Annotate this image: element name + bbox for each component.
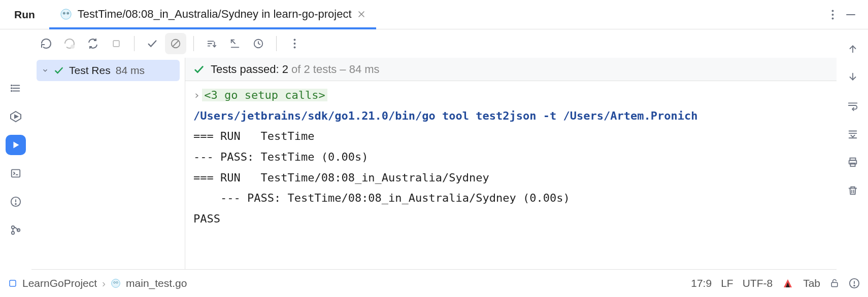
svg-point-8: [831, 14, 833, 16]
go-command-line: /Users/jetbrains/sdk/go1.21.0/bin/go too…: [193, 106, 828, 127]
chevron-right-icon: ›: [102, 277, 106, 289]
clear-icon[interactable]: [843, 180, 863, 201]
svg-point-9: [831, 17, 833, 19]
svg-point-25: [12, 226, 15, 229]
lock-icon[interactable]: [829, 278, 840, 288]
module-icon: [8, 279, 17, 288]
right-gutter: [837, 29, 868, 270]
history-icon[interactable]: [248, 33, 269, 54]
expand-icon[interactable]: [224, 33, 246, 54]
breadcrumb-file: main_test.go: [126, 277, 187, 289]
run-config-tab[interactable]: TestTime/08:08_in_Australia/Sydney in le…: [49, 1, 376, 29]
test-output: === RUN TestTime --- PASS: TestTime (0.0…: [193, 126, 828, 229]
rerun-icon[interactable]: [36, 33, 57, 54]
print-icon[interactable]: [843, 152, 863, 172]
ide-logo-icon[interactable]: [782, 277, 794, 289]
svg-rect-58: [831, 282, 838, 286]
fold-marker-icon[interactable]: ›: [193, 89, 200, 101]
test-toolbar: [31, 29, 837, 58]
go-file-icon: [111, 278, 121, 288]
tests-summary-text: Tests passed: 2 of 2 tests – 84 ms: [211, 63, 380, 76]
svg-point-4: [68, 13, 69, 14]
svg-rect-20: [12, 170, 20, 177]
vcs-icon[interactable]: [6, 220, 26, 240]
close-tab-icon[interactable]: [358, 11, 365, 18]
indent-setting[interactable]: Tab: [803, 277, 820, 289]
console: Tests passed: 2 of 2 tests – 84 ms ›<3 g…: [185, 58, 837, 269]
problems-icon[interactable]: [6, 192, 26, 212]
status-problems-icon[interactable]: [849, 278, 860, 289]
svg-point-26: [12, 232, 15, 235]
svg-point-40: [293, 47, 295, 49]
toggle-auto-test-icon[interactable]: [82, 33, 104, 54]
console-output[interactable]: ›<3 go setup calls> /Users/jetbrains/sdk…: [185, 81, 837, 269]
svg-marker-19: [13, 142, 19, 148]
stop-icon[interactable]: [106, 33, 127, 54]
toolbar-more-icon[interactable]: [284, 33, 305, 54]
test-tree: Test Res 84 ms: [31, 58, 185, 269]
check-icon: [193, 64, 205, 75]
svg-point-0: [61, 9, 71, 19]
services-icon[interactable]: [6, 106, 26, 127]
tests-passed-count: Tests passed: 2: [211, 63, 288, 76]
show-ignored-icon[interactable]: [165, 33, 186, 54]
soft-wrap-icon[interactable]: [843, 95, 863, 116]
tests-summary-bar: Tests passed: 2 of 2 tests – 84 ms: [185, 58, 837, 81]
svg-point-61: [854, 285, 855, 286]
svg-point-14: [11, 85, 12, 86]
run-tool-window: Run TestTime/08:08_in_Australia/Sydney i…: [0, 0, 868, 297]
svg-point-7: [831, 10, 833, 12]
scroll-down-icon[interactable]: [843, 67, 863, 87]
sort-icon[interactable]: [201, 33, 222, 54]
tab-bar: Run TestTime/08:08_in_Australia/Sydney i…: [0, 0, 868, 29]
go-file-icon: [60, 9, 72, 20]
tests-summary-detail: of 2 tests – 84 ms: [288, 63, 380, 76]
svg-line-31: [173, 41, 179, 47]
test-node-label: Test Res: [69, 64, 111, 77]
test-node-duration: 84 ms: [116, 64, 145, 77]
svg-point-38: [293, 39, 295, 41]
tab-options-icon[interactable]: [823, 6, 842, 24]
svg-rect-52: [10, 280, 16, 286]
check-icon: [54, 65, 64, 76]
terminal-icon[interactable]: [6, 163, 26, 183]
line-separator[interactable]: LF: [721, 277, 733, 289]
minimize-icon[interactable]: [842, 6, 860, 24]
test-results-node[interactable]: Test Res 84 ms: [37, 60, 180, 81]
breadcrumb[interactable]: LearnGoProject › main_test.go: [8, 277, 187, 289]
tab-title: TestTime/08:08_in_Australia/Sydney in le…: [78, 8, 352, 21]
svg-point-55: [116, 282, 118, 283]
svg-point-28: [71, 45, 75, 49]
svg-rect-29: [113, 41, 119, 47]
svg-point-39: [293, 43, 295, 45]
scroll-up-icon[interactable]: [843, 39, 863, 59]
svg-point-53: [112, 279, 120, 288]
svg-line-35: [231, 40, 235, 44]
panel-title: Run: [0, 9, 49, 21]
status-bar: LearnGoProject › main_test.go 17:9 LF UT…: [0, 270, 868, 297]
svg-point-24: [15, 204, 16, 205]
svg-point-54: [114, 282, 115, 283]
svg-point-15: [11, 88, 12, 89]
left-gutter: [0, 29, 31, 270]
chevron-down-icon: [42, 67, 49, 74]
show-passed-icon[interactable]: [142, 33, 163, 54]
file-encoding[interactable]: UTF-8: [743, 277, 773, 289]
breadcrumb-project: LearnGoProject: [22, 277, 97, 289]
rerun-failed-icon[interactable]: [59, 33, 80, 54]
scroll-to-end-icon[interactable]: [843, 124, 863, 144]
svg-point-16: [11, 91, 12, 92]
svg-marker-18: [15, 115, 18, 118]
svg-point-3: [63, 13, 64, 14]
caret-position[interactable]: 17:9: [691, 277, 712, 289]
run-panel-icon[interactable]: [6, 135, 26, 155]
setup-calls-fold[interactable]: <3 go setup calls>: [202, 89, 327, 101]
structure-icon[interactable]: [6, 78, 26, 98]
